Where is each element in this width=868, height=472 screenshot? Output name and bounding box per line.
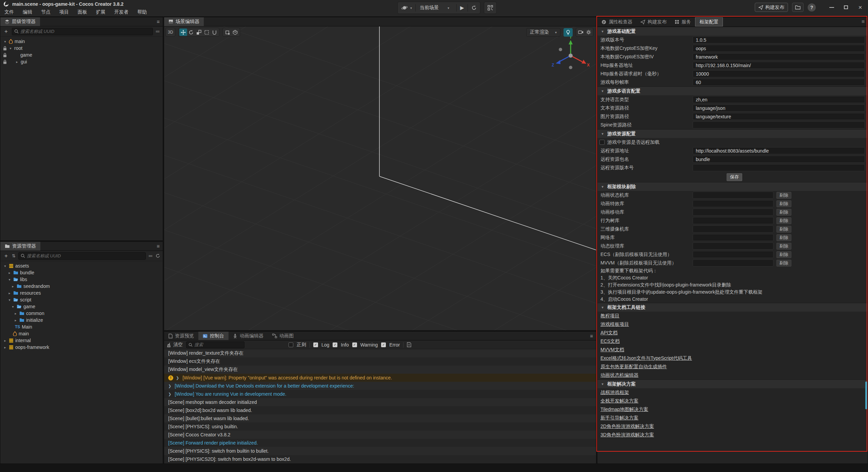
panel-menu-icon[interactable]: ≡ [157, 19, 160, 24]
solution-link[interactable]: 新手引导解决方案 [597, 414, 868, 422]
log-row[interactable]: [Scene] [PHYSICS2D]: switch from box2d-w… [164, 455, 596, 463]
doc-link[interactable]: 动画状态机编辑器 [597, 371, 868, 379]
hierarchy-node-gui[interactable]: ▸ gui [0, 58, 163, 65]
orientation-gizmo[interactable]: Y X Z [550, 35, 591, 76]
hierarchy-search[interactable] [12, 28, 153, 35]
solution-link[interactable]: 战棋游戏框架 [597, 388, 868, 397]
section-basic-config[interactable]: ▾游戏基础配置 [597, 27, 868, 36]
crypto-iv-input[interactable]: framework [693, 53, 865, 60]
log-row-info[interactable]: ❯[Window] Download the Vue Devtools exte… [164, 382, 596, 390]
asset-node-common[interactable]: ▸ common [0, 310, 163, 317]
log-row[interactable]: [Window] ecs文件夹存在 [164, 357, 596, 366]
collapse-arrow-icon[interactable]: ▸ [7, 291, 12, 295]
filter-icon[interactable]: ≔ [156, 29, 160, 34]
asset-node-bundle[interactable]: ▸ bundle [0, 269, 163, 276]
doc-link[interactable]: 原生包热更新配置自动生成插件 [597, 362, 868, 371]
module-path-input[interactable] [693, 259, 773, 267]
tab-inspector[interactable]: 属性检查器 [597, 17, 636, 26]
module-path-input[interactable] [693, 251, 773, 258]
doc-link[interactable]: ECS文档 [597, 337, 868, 346]
tab-console[interactable]: 控制台 [198, 332, 229, 340]
tab-build[interactable]: 构建发布 [636, 17, 671, 26]
log-row[interactable]: [Scene] [bullet]:bullet wasm lib loaded. [164, 414, 596, 422]
refresh-icon[interactable] [156, 254, 160, 258]
sort-icon[interactable]: ⇅ [12, 253, 16, 258]
collapse-arrow-icon[interactable]: ▸ [11, 284, 15, 288]
scale-tool-button[interactable] [195, 28, 203, 36]
collapse-all-icon[interactable]: ≔ [149, 253, 153, 258]
rotate-tool-button[interactable] [187, 28, 195, 36]
regex-checkbox[interactable] [289, 342, 293, 347]
console-log-list[interactable]: [Window] render_texture文件夹存在 [Window] ec… [164, 349, 596, 463]
save-button[interactable]: 保存 [727, 173, 742, 181]
scene-settings-button[interactable] [585, 28, 592, 36]
expand-arrow-icon[interactable]: ▾ [7, 298, 12, 302]
panel-menu-icon[interactable]: ≡ [157, 243, 160, 249]
log-row-info[interactable]: ❯[Window] You are running Vue in develop… [164, 390, 596, 398]
menu-panel[interactable]: 面板 [73, 8, 92, 17]
gizmo-extra-tool-button[interactable] [211, 28, 218, 36]
http-server-input[interactable]: http://192.168.0.150/main/ [693, 62, 865, 69]
lang-texture-path-input[interactable]: language/texture [693, 113, 865, 120]
fps-input[interactable]: 60 [693, 79, 865, 86]
assets-search[interactable] [18, 252, 146, 260]
doc-link[interactable]: MVVM文档 [597, 346, 868, 354]
tab-service[interactable]: 服务 [671, 17, 695, 26]
doc-link[interactable]: 教程项目 [597, 312, 868, 320]
version-input[interactable]: 1.0.5 [693, 36, 865, 43]
close-button[interactable]: × [855, 3, 865, 12]
section-solutions[interactable]: ▾框架解决方案 [597, 379, 868, 388]
filter-warning-checkbox[interactable]: ✓ [352, 342, 357, 347]
collapse-arrow-icon[interactable]: ▸ [14, 312, 18, 315]
section-resource-config[interactable]: ▾游戏资源配置 [597, 129, 868, 138]
log-row[interactable]: [Scene] meshopt wasm decoder initialized [164, 398, 596, 406]
asset-node-main-ts[interactable]: TS Main [0, 323, 163, 330]
filter-log-checkbox[interactable]: ✓ [313, 342, 318, 347]
remove-module-button[interactable]: 剔除 [776, 200, 791, 207]
tab-hierarchy[interactable]: 层级管理器 [0, 17, 40, 26]
coordinate-toggle-button[interactable] [231, 28, 239, 36]
remote-load-checkbox[interactable] [599, 140, 605, 145]
log-row[interactable]: [Scene] [PHYSICS]: using builtin. [164, 422, 596, 431]
pivot-toggle-button[interactable] [223, 28, 231, 36]
menu-edit[interactable]: 编辑 [18, 8, 37, 17]
section-doc-links[interactable]: ▾框架文档工具链接 [597, 303, 868, 312]
module-path-input[interactable] [693, 234, 773, 241]
lighting-toggle-button[interactable] [564, 28, 573, 37]
asset-node-libs[interactable]: ▾ libs [0, 276, 163, 283]
asset-node-game[interactable]: ▾ game [0, 303, 163, 310]
tab-assets[interactable]: 资源管理器 [0, 242, 40, 251]
module-path-input[interactable] [693, 192, 773, 199]
module-path-input[interactable] [693, 242, 773, 250]
rect-tool-button[interactable] [203, 28, 211, 36]
solution-link[interactable]: 2D角色扮演游戏解决方案 [597, 422, 868, 431]
hierarchy-search-input[interactable] [20, 29, 151, 34]
remove-module-button[interactable]: 剔除 [776, 234, 791, 241]
expand-chevron-icon[interactable]: ❯ [176, 376, 179, 380]
expand-arrow-icon[interactable]: ▾ [8, 46, 13, 50]
section-module-trim[interactable]: ▾框架模块剔除 [597, 182, 868, 191]
tab-animation-editor[interactable]: 动画编辑器 [229, 332, 268, 340]
hierarchy-node-main[interactable]: ▾ main [0, 38, 163, 45]
log-row[interactable]: [Scene] [PHYSICS]: switch from builtin t… [164, 447, 596, 455]
menu-node[interactable]: 节点 [37, 8, 55, 17]
log-row[interactable]: [Scene] Cocos Creator v3.8.2 [164, 431, 596, 439]
remove-module-button[interactable]: 剔除 [776, 251, 791, 258]
doc-link[interactable]: API文档 [597, 329, 868, 337]
menu-extension[interactable]: 扩展 [92, 8, 110, 17]
menu-developer[interactable]: 开发者 [110, 8, 133, 17]
filter-error-checkbox[interactable]: ✓ [381, 342, 386, 347]
camera-view-button[interactable] [577, 28, 585, 36]
collapse-arrow-icon[interactable]: ▸ [3, 339, 7, 342]
menu-help[interactable]: 帮助 [133, 8, 151, 17]
device-select[interactable]: ▾ [398, 2, 415, 14]
remote-bundle-input[interactable]: bundle [693, 156, 865, 163]
scene-select[interactable]: 当前场景 ▾ [416, 5, 456, 11]
lang-json-path-input[interactable]: language/json [693, 104, 865, 112]
panel-menu-icon[interactable]: ≡ [862, 19, 865, 25]
log-row[interactable]: [Window] model_view文件夹存在 [164, 366, 596, 374]
remove-module-button[interactable]: 剔除 [776, 217, 791, 224]
remove-module-button[interactable]: 剔除 [776, 260, 791, 267]
crypto-key-input[interactable]: oops [693, 45, 865, 52]
remove-module-button[interactable]: 剔除 [776, 192, 791, 199]
